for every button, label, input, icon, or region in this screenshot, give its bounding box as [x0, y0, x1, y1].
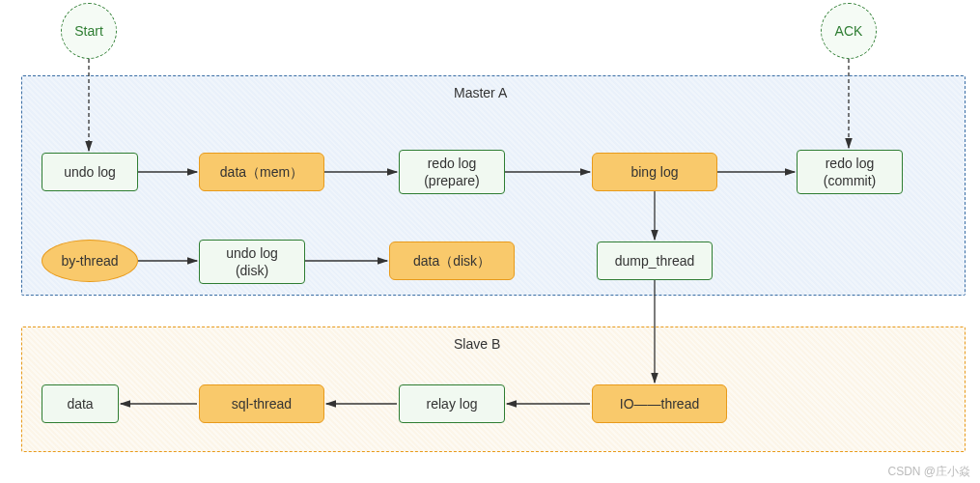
bing-log-label: bing log: [630, 163, 678, 181]
by-thread-label: by-thread: [61, 252, 118, 270]
start-circle: Start: [61, 3, 117, 59]
slave-label: Slave B: [454, 336, 500, 352]
undo-log-box: undo log: [42, 153, 138, 191]
by-thread-ellipse: by-thread: [42, 240, 138, 282]
redo-commit-label: redo log (commit): [824, 155, 876, 189]
redo-prepare-label: redo log (prepare): [424, 155, 480, 189]
start-label: Start: [74, 22, 103, 40]
dump-thread-box: dump_thread: [597, 242, 713, 280]
ack-label: ACK: [835, 22, 863, 40]
redo-commit-box: redo log (commit): [797, 150, 903, 194]
data-disk-label: data（disk）: [413, 252, 490, 270]
master-label: Master A: [454, 85, 507, 100]
redo-prepare-box: redo log (prepare): [399, 150, 505, 194]
io-thread-box: IO——thread: [592, 384, 727, 423]
undo-disk-label: undo log (disk): [226, 244, 278, 279]
bing-log-box: bing log: [592, 153, 717, 191]
watermark: CSDN @庄小焱: [887, 464, 970, 480]
dump-thread-label: dump_thread: [615, 252, 695, 270]
ack-circle: ACK: [821, 3, 877, 59]
undo-log-label: undo log: [64, 163, 116, 181]
io-thread-label: IO——thread: [620, 395, 699, 412]
sql-thread-box: sql-thread: [199, 384, 324, 423]
data-label: data: [67, 395, 93, 412]
undo-disk-box: undo log (disk): [199, 240, 305, 284]
data-disk-box: data（disk）: [389, 242, 515, 280]
data-mem-box: data（mem）: [199, 153, 324, 191]
data-mem-label: data（mem）: [220, 163, 303, 181]
relay-log-label: relay log: [427, 395, 478, 412]
relay-log-box: relay log: [399, 384, 505, 423]
data-box: data: [42, 384, 119, 423]
sql-thread-label: sql-thread: [232, 395, 292, 412]
